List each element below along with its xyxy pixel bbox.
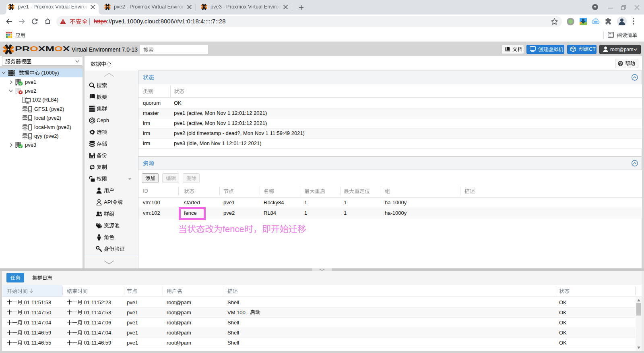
svg-text:PROXMOX: PROXMOX bbox=[15, 46, 70, 53]
svg-text:Virtual Environment 7.0-13: Virtual Environment 7.0-13 bbox=[72, 46, 138, 53]
